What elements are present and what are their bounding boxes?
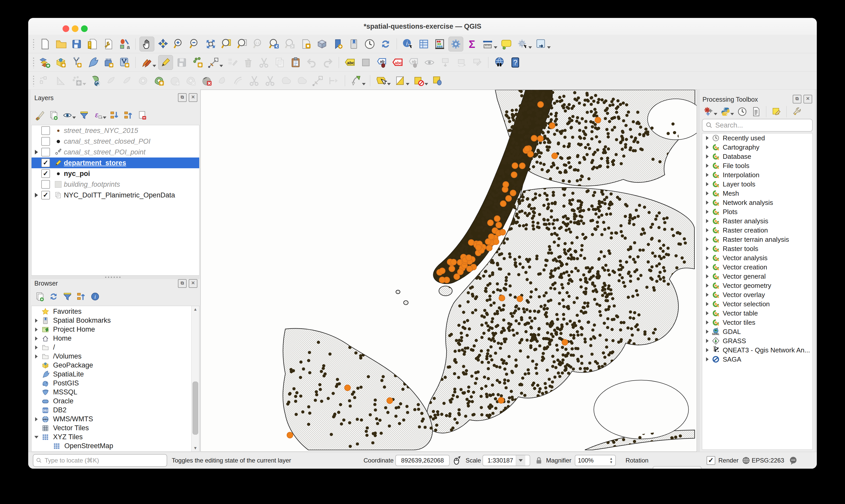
dropdown-caret-icon[interactable] [547,46,551,49]
run-feature-action-button[interactable] [515,37,530,51]
expand-icon[interactable] [706,145,709,149]
expand-icon[interactable] [706,320,709,324]
expand-icon[interactable] [706,339,709,343]
dropdown-caret-icon[interactable] [83,83,86,85]
dropdown-caret-icon[interactable] [714,113,717,115]
processing-group-recently-used[interactable]: Recently used [702,133,812,143]
processing-group-database[interactable]: Database [702,152,812,161]
processing-group-gdal[interactable]: GDALGDAL [702,327,812,336]
browser-item-mssql[interactable]: MSSQL [32,388,191,397]
messages-bubble-icon[interactable] [789,456,798,465]
browser-item-vector-tiles[interactable]: Vector Tiles [32,424,191,433]
dropdown-caret-icon[interactable] [494,46,497,49]
processing-group-file-tools[interactable]: File tools [702,161,812,170]
layer-item-nyc_poi[interactable]: ✓nyc_poi [32,168,199,179]
browser-item-db2[interactable]: DB2DB2 [32,406,191,415]
processing-group-vector-creation[interactable]: Vector creation [702,263,812,272]
expand-icon[interactable] [706,311,709,315]
select-by-location-button[interactable] [430,73,445,88]
render-checkbox[interactable]: ✓ [707,456,715,465]
layer-visibility-checkbox[interactable] [41,137,50,146]
expand-icon[interactable] [706,256,709,260]
measure-button[interactable] [481,37,495,51]
browser-item-project-home[interactable]: Project Home [32,325,191,334]
expand-icon[interactable] [706,265,709,269]
crs-globe-icon[interactable] [741,456,751,465]
expand-icon[interactable] [706,210,709,214]
layer-visibility-checkbox[interactable]: ✓ [41,191,50,199]
expand-icon[interactable] [706,173,709,177]
expand-all-button[interactable] [108,109,121,121]
current-edits-button[interactable] [139,55,154,70]
expand-icon[interactable] [706,136,709,140]
select-by-value-button[interactable] [393,73,407,88]
deselect-features-button[interactable] [412,73,426,88]
properties-info-button[interactable]: i [89,290,101,303]
scroll-down-arrow[interactable]: ▼ [191,445,199,451]
processing-group-vector-tiles[interactable]: Vector tiles [702,318,812,327]
dropdown-caret-icon[interactable] [72,116,76,119]
layer-labeling-options-button[interactable]: abc [343,55,357,70]
processing-group-saga[interactable]: SAGA [702,355,812,364]
filter-browser-button[interactable] [61,290,73,303]
browser-item-favorites[interactable]: Favorites [32,307,191,316]
collapse-all-browser-button[interactable] [75,290,87,303]
add-selected-layers-button[interactable] [34,290,46,303]
zoom-out-button[interactable] [188,37,202,51]
open-layer-styling-button[interactable] [34,109,46,121]
select-features-button[interactable] [374,73,389,88]
browser-item--[interactable]: / [32,343,191,352]
pan-map-button[interactable] [139,37,154,52]
filter-by-expression-button[interactable]: ε [92,109,104,121]
browser-item-xyz-tiles[interactable]: XYZ Tiles [32,433,191,442]
processing-group-vector-table[interactable]: Vector table [702,309,812,318]
expand-icon[interactable] [706,357,709,361]
dropdown-caret-icon[interactable] [425,83,428,85]
rotation-steppers[interactable]: ▲▼ [693,467,701,469]
models-button[interactable] [703,106,715,118]
expand-icon[interactable] [35,327,38,332]
rotate-features-button[interactable] [88,73,103,88]
history-button[interactable] [736,106,748,118]
new-shapefile-layer-button[interactable] [69,55,84,70]
expand-icon[interactable] [35,355,38,359]
help-button[interactable]: ? [508,55,522,70]
identify-features-button[interactable]: i [401,37,415,51]
dropdown-caret-icon[interactable] [730,113,734,115]
pin-labels-button[interactable]: ab [375,55,389,70]
processing-group-interpolation[interactable]: Interpolation [702,170,812,180]
new-map-view-button[interactable] [299,37,313,51]
layer-visibility-checkbox[interactable]: ✓ [41,169,50,178]
processing-group-mesh[interactable]: Mesh [702,189,812,198]
processing-group-cartography[interactable]: Cartography [702,143,812,152]
browser-scrollbar[interactable]: ▲ ▼ [191,306,199,451]
add-point-feature-button[interactable] [190,55,205,70]
expand-icon[interactable] [35,193,38,197]
delete-part-button[interactable] [200,73,214,88]
locator-search[interactable] [33,454,167,467]
panel-splitter[interactable] [28,275,197,278]
temporal-controller-button[interactable] [363,37,377,51]
show-statistics-button[interactable]: Σ [465,37,479,51]
expand-icon[interactable] [706,191,709,195]
vertex-tool-button[interactable] [206,55,221,70]
processing-group-grass[interactable]: GRASS [702,336,812,345]
browser-close-button[interactable]: ✕ [189,279,197,288]
map-canvas[interactable] [201,90,697,452]
dropdown-caret-icon[interactable] [387,83,391,85]
layer-visibility-checkbox[interactable] [41,180,50,189]
map-tips-button[interactable] [499,37,514,51]
lock-scale-icon[interactable] [534,456,544,465]
layer-item-street_trees_NYC_2015[interactable]: street_trees_NYC_2015 [32,125,199,136]
zoom-in-button[interactable] [172,37,186,51]
toolbar-drag-handle[interactable] [32,38,35,50]
expand-icon[interactable] [35,417,38,421]
new-project-button[interactable] [38,37,52,51]
magnifier-spinbox[interactable]: 100% ▲▼ [575,455,616,466]
show-spatial-bookmarks-button[interactable] [347,37,361,51]
dropdown-caret-icon[interactable] [153,65,156,67]
open-project-button[interactable] [54,37,68,51]
expand-icon[interactable] [706,274,709,278]
browser-item-postgis[interactable]: PostGIS [32,379,191,388]
crs-status[interactable]: EPSG:2263 [752,457,784,464]
